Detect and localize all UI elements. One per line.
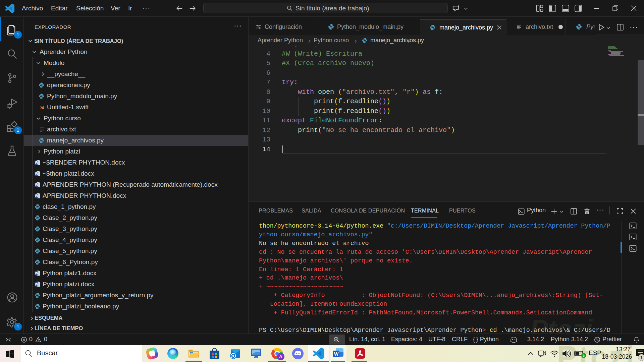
svg-text:W: W (35, 194, 38, 197)
svg-text:W: W (35, 282, 38, 286)
svg-text:W: W (35, 183, 38, 186)
svg-text:W: W (334, 351, 339, 357)
svg-text:W: W (35, 161, 38, 164)
svg-text:W: W (35, 271, 38, 275)
svg-text:W: W (35, 172, 38, 175)
